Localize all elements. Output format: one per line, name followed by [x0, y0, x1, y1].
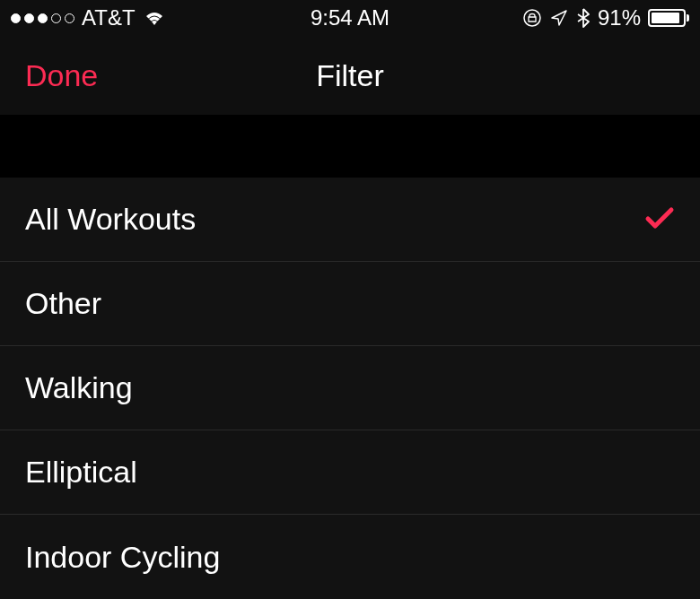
location-icon [549, 8, 569, 28]
done-button[interactable]: Done [0, 58, 98, 93]
checkmark-icon [644, 205, 675, 234]
svg-point-0 [524, 10, 540, 26]
filter-item-all-workouts[interactable]: All Workouts [0, 178, 700, 262]
list-item-label: Elliptical [25, 455, 137, 490]
filter-item-indoor-cycling[interactable]: Indoor Cycling [0, 515, 700, 599]
page-title: Filter [316, 58, 384, 93]
status-time: 9:54 AM [311, 5, 389, 30]
carrier-label: AT&T [82, 5, 136, 30]
list-item-label: Indoor Cycling [25, 540, 220, 575]
section-spacer [0, 115, 700, 178]
status-left: AT&T [11, 5, 166, 30]
list-item-label: Walking [25, 370, 133, 405]
filter-item-other[interactable]: Other [0, 262, 700, 346]
list-item-label: Other [25, 286, 101, 321]
nav-bar: Done Filter [0, 36, 700, 115]
list-item-label: All Workouts [25, 202, 196, 237]
battery-icon [648, 9, 689, 27]
status-bar: AT&T 9:54 AM 91% [0, 0, 700, 36]
status-right: 91% [522, 5, 689, 30]
filter-item-elliptical[interactable]: Elliptical [0, 430, 700, 515]
signal-strength-icon [11, 13, 74, 23]
rotation-lock-icon [522, 8, 542, 28]
filter-item-walking[interactable]: Walking [0, 346, 700, 430]
bluetooth-icon [576, 7, 591, 29]
battery-percentage: 91% [598, 5, 641, 30]
wifi-icon [143, 9, 166, 27]
filter-list: All Workouts Other Walking Elliptical In… [0, 178, 700, 599]
